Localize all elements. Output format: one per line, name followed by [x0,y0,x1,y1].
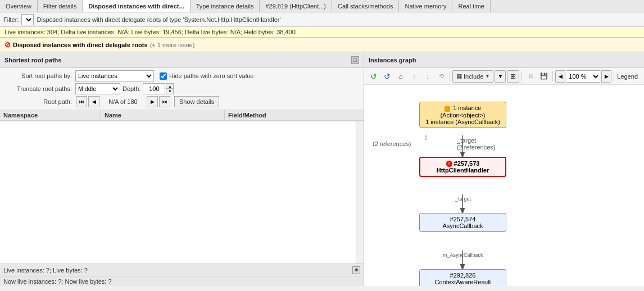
depth-spinner[interactable]: ▲ ▼ [166,83,174,94]
include-dropdown-icon: ▼ [485,74,489,79]
root-path-label: Root path: [4,98,72,105]
warning-row: ⊘ Disposed instances with direct delegat… [0,38,644,52]
filter-text: Disposed instances with direct delegate … [37,16,281,23]
nav-first-btn[interactable]: ⏮ [76,96,87,107]
sort-row: Sort root paths by: Live instances Live … [4,70,359,81]
httpclient-name: HttpClientHandler [424,167,502,174]
toolbar-sep4 [614,71,614,81]
left-panel-title: Shortest root paths [4,57,61,63]
status-bar: Live instances: ?; Live bytes: ? ⊕ [0,263,364,276]
down-btn[interactable]: ↓ [421,70,434,83]
tab-disposed-instances[interactable]: Disposed instances with direct... [83,0,191,12]
right-panel-header: Instances graph [364,52,644,68]
zoom-left-btn[interactable]: ◀ [555,70,565,83]
table-body[interactable] [0,121,364,263]
async-id: #257,574 [423,216,502,222]
table-header: Namespace Name Field/Method [0,110,364,121]
copy-btn[interactable]: ⎘ [524,70,537,83]
node-async[interactable]: #257,574 AsyncCallback [419,213,506,232]
grid-btn[interactable]: ⊞ [507,70,519,83]
node-action[interactable]: 1 instance (Action<object>) 1 instance (… [419,102,506,128]
sort-select[interactable]: Live instances Live bytes Held bytes [75,70,154,81]
tab-filter-details[interactable]: Filter details [38,0,83,12]
filter-bar: Filter: Disposed instances with direct d… [0,12,644,27]
zoom-select[interactable]: 100 % [566,70,600,83]
arrow-label-async-callback: m_AsyncCallback [443,252,483,258]
hide-zero-checkbox[interactable] [160,72,167,80]
nav-text: N/A of 180 [103,98,143,105]
table-icon: ▦ [456,72,462,80]
ref-label-target: _target [457,137,476,144]
truncate-select[interactable]: Middle Start End None [75,83,120,94]
th-field: Field/Method [225,110,364,120]
ref-label-left: (2 references) [373,140,411,148]
arrow-label-target: _target [455,196,471,202]
nav-prev-btn[interactable]: ◀ [88,96,99,107]
right-panel: Instances graph ↺ ↺ ⌂ ↑ ↓ ⟲ ▦ Include ▼ … [364,52,644,286]
graph-toolbar: ↺ ↺ ⌂ ↑ ↓ ⟲ ▦ Include ▼ ▼ ⊞ ⎘ 💾 ◀ 100 % … [364,68,644,85]
up-btn[interactable]: ↑ [408,70,420,83]
toolbar-sep3 [552,71,553,81]
warning-extra: (+ 1 more issue) [150,42,195,48]
nav-next-btn[interactable]: ▶ [147,96,158,107]
context-name: ContextAwareResult [423,279,502,285]
filter-label: Filter: [3,16,19,23]
filter-select[interactable] [21,14,34,25]
toolbar-sep1 [450,71,450,81]
root-path-row: Root path: ⏮ ◀ N/A of 180 ▶ ⏭ Show detai… [4,96,359,107]
legend-btn[interactable]: Legend [616,70,638,83]
tab-overview[interactable]: Overview [0,0,38,12]
async-name: AsyncCallback [423,222,502,229]
th-name: Name [101,110,225,120]
zoom-right-btn[interactable]: ▶ [601,70,611,83]
left-panel-header: Shortest root paths □ [0,52,364,68]
home-btn[interactable]: ⌂ [394,70,407,83]
tab-type-instance[interactable]: Type instance details [191,0,260,12]
httpclient-id: #257,573 [454,160,480,167]
tab-real-time[interactable]: Real time [452,0,490,12]
truncate-row: Truncate root paths: Middle Start End No… [4,83,359,94]
error-icon: ! [446,161,452,167]
tab-call-stacks[interactable]: Call stacks/methods [332,0,399,12]
depth-label: Depth: [123,85,140,92]
status-expand-icon[interactable]: ⊕ [352,266,360,274]
include-btn[interactable]: ▦ Include ▼ [452,70,493,83]
tab-http-client[interactable]: #29,819 (HttpClient...) [260,0,332,12]
show-details-btn[interactable]: Show details [174,96,219,107]
truncate-label: Truncate root paths: [4,85,72,92]
left-panel: Shortest root paths □ Sort root paths by… [0,52,364,286]
top-tabs: Overview Filter details Disposed instanc… [0,0,644,12]
tab-native-memory[interactable]: Native memory [399,0,452,12]
context-id: #292,826 [423,272,502,279]
menu-btn[interactable]: ▼ [495,70,506,83]
toolbar-sep2 [521,71,522,81]
collapse-btn[interactable]: □ [351,56,359,64]
main-content: Shortest root paths □ Sort root paths by… [0,52,644,286]
scrollbar-track[interactable] [356,121,364,263]
depth-input[interactable] [143,83,165,94]
include-label: Include [464,73,483,80]
node-action-icon [445,106,450,112]
controls-area: Sort root paths by: Live instances Live … [0,68,364,110]
ref-label-2refs: (2 references) [457,144,495,151]
warning-icon: ⊘ [4,40,11,49]
sort-label: Sort root paths by: [4,72,72,79]
nav-last-btn[interactable]: ⏭ [159,96,170,107]
refresh-btn[interactable]: ↺ [368,70,380,83]
status-bar2: Now live instances: ?; Now live bytes: ? [0,276,364,286]
warning-text: Disposed instances with direct delegate … [13,42,148,48]
save-btn[interactable]: 💾 [538,70,550,83]
node-action-line2: 1 instance (AsyncCallback) [425,119,500,125]
status-left: Live instances: ?; Live bytes: ? [3,267,88,274]
back-btn[interactable]: ↺ [381,70,393,83]
node-httpclient[interactable]: ! #257,573 HttpClientHandler [419,157,506,177]
graph-area[interactable]: 1 instance (Action<object>) 1 instance (… [364,85,644,286]
info-bar: Live instances: 304; Delta live instance… [0,27,644,38]
right-panel-title: Instances graph [369,57,416,63]
undo-btn[interactable]: ⟲ [435,70,447,83]
node-context[interactable]: #292,826 ContextAwareResult [419,269,506,286]
hide-zero-label: Hide paths with zero sort value [169,72,253,79]
th-namespace: Namespace [0,110,101,120]
status-right: Now live instances: ?; Now live bytes: ? [3,278,112,285]
